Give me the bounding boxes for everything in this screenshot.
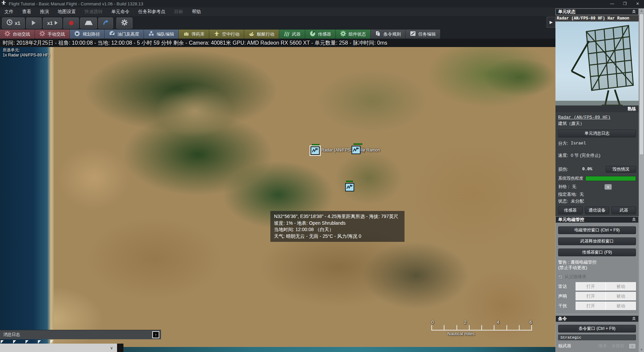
step-button[interactable]: x1 bbox=[43, 17, 62, 29]
scroll-up-icon[interactable]: ▲ bbox=[639, 9, 644, 12]
formation-editor-button[interactable]: 编队编辑 bbox=[144, 30, 179, 39]
unit-health-bar bbox=[354, 143, 362, 145]
comms-list-button[interactable]: 通信设备 bbox=[585, 207, 609, 214]
supply-value: 无 bbox=[572, 184, 576, 190]
unit-message-log-button[interactable]: 单元消息日志 bbox=[558, 130, 636, 137]
proficiency-value: 熟练 bbox=[628, 106, 636, 112]
sensor-dish-icon bbox=[310, 31, 316, 38]
doctrine-header[interactable]: 条令 bbox=[555, 315, 639, 322]
map-bottom-water bbox=[123, 347, 555, 352]
record-button[interactable] bbox=[63, 17, 79, 29]
nuclear-weapons-dropdown[interactable]: ∨ bbox=[629, 343, 636, 349]
damage-status-button[interactable]: 毁伤情况 bbox=[606, 166, 636, 173]
sonar-state-button[interactable]: 打开 bbox=[576, 292, 606, 300]
menu-simulation[interactable]: 推演 bbox=[36, 7, 53, 16]
sidebar-scrollbar[interactable]: ▲ ▼ bbox=[639, 8, 644, 352]
manual-engage-button[interactable]: 手动交战 bbox=[35, 30, 70, 39]
plot-course-button[interactable]: 规划路径 bbox=[70, 30, 105, 39]
time-toolbar: x1 x1 bbox=[0, 16, 557, 30]
settings-button[interactable] bbox=[116, 17, 132, 29]
weapons-button[interactable]: 武器 bbox=[279, 30, 305, 39]
title-bar: Flight Tutorial - Basic Manual Flight - … bbox=[0, 0, 644, 7]
message-log-tabs[interactable] bbox=[1, 340, 53, 344]
sensor-window-button[interactable]: 传感器窗口 (F9) bbox=[558, 249, 636, 256]
jammer-mode-button[interactable]: 被动 bbox=[606, 302, 636, 310]
table-row: 声呐 打开 被动 bbox=[558, 292, 636, 301]
radar-mode-button[interactable]: 被动 bbox=[606, 282, 636, 291]
menu-unit-commands[interactable]: 单元命令 bbox=[107, 7, 134, 16]
selected-units-label: 所选单元: bbox=[3, 48, 50, 53]
auto-engage-button[interactable]: 自动交战 bbox=[0, 30, 35, 39]
damage-value: 0.0% bbox=[582, 167, 592, 172]
jammer-state-button[interactable]: 打开 bbox=[576, 302, 606, 310]
jammer-row-label: 干扰 bbox=[558, 303, 576, 309]
message-log-expand-button[interactable]: ↑ bbox=[152, 331, 159, 338]
scrollbar-thumb[interactable] bbox=[639, 14, 644, 155]
menu-help[interactable]: 帮助 bbox=[187, 7, 205, 16]
supply-dropdown[interactable]: ∨ bbox=[604, 184, 612, 190]
throttle-altitude-button[interactable]: 油门及高度 bbox=[105, 30, 144, 39]
selected-units-readout: 所选单元: 1x Radar (AN/FPS-89 HF) bbox=[3, 48, 50, 58]
throttle-gauge-icon bbox=[109, 31, 115, 38]
inherit-from-parent-label: 从父级继承 bbox=[565, 274, 586, 280]
doctrine-header-label: 条令 bbox=[558, 316, 567, 322]
radar-state-button[interactable]: 打开 bbox=[576, 282, 606, 291]
unit-marker-radar-selected[interactable] bbox=[311, 146, 320, 155]
close-button[interactable]: ✕ bbox=[631, 0, 644, 7]
wra-window-button[interactable]: 武器释放授权窗口 bbox=[558, 237, 636, 245]
sensors-list-button[interactable]: 传感器 bbox=[558, 207, 583, 214]
emcon-window-button[interactable]: 电磁管控窗口 (Ctrl + F9) bbox=[558, 226, 636, 234]
minimize-button[interactable]: — bbox=[606, 0, 619, 7]
scroll-down-icon[interactable]: ▼ bbox=[639, 348, 644, 351]
command-toolbar: 自动交战 手动交战 规划路径 油门及高度 编队编辑 弹药库 空中行动 舰艇行动 … bbox=[0, 30, 555, 39]
inherit-from-parent-checkbox[interactable]: ✓ bbox=[558, 275, 562, 279]
doctrine-window-button[interactable]: 条令窗口 (Ctrl + F9) bbox=[558, 325, 636, 333]
emcon-header[interactable]: 单元电磁管控 bbox=[555, 216, 639, 223]
unit-database-link[interactable]: Radar (AN/FPS-89 HF) bbox=[558, 115, 610, 120]
app-icon bbox=[0, 0, 7, 7]
scale-tick-label: 0 bbox=[431, 320, 434, 325]
panel-divider bbox=[118, 344, 123, 352]
map-view-button[interactable] bbox=[80, 17, 97, 29]
air-ops-button[interactable]: 空中行动 bbox=[209, 30, 244, 39]
unit-marker-radar-3[interactable] bbox=[345, 183, 354, 191]
side-value: Israel bbox=[571, 141, 586, 146]
status-info-bar: 时间: 2018年2月25日 - 祖鲁: 10:00:08 - 当地: 12:0… bbox=[0, 39, 555, 47]
maximize-button[interactable]: ❐ bbox=[619, 0, 631, 7]
proficiency-row: 熟练 bbox=[555, 105, 639, 112]
chevron-collapse-icon[interactable] bbox=[632, 9, 636, 14]
nuclear-weapons-value: 继承，未授权 bbox=[598, 343, 625, 349]
emcon-section: 电磁管控窗口 (Ctrl + F9) 武器释放授权窗口 传感器窗口 (F9) 警… bbox=[555, 223, 639, 314]
menu-view[interactable]: 查看 bbox=[18, 7, 36, 16]
menu-file[interactable]: 文件 bbox=[0, 7, 18, 16]
map-viewport[interactable]: 所选单元: 1x Radar (AN/FPS-89 HF) Radar (AN/… bbox=[0, 47, 555, 352]
unit-health-bar bbox=[346, 181, 353, 182]
unit-status-header[interactable]: 单元状态 bbox=[555, 8, 639, 15]
ship-ops-button[interactable]: 舰艇行动 bbox=[244, 30, 279, 39]
menu-map-settings[interactable]: 地图设置 bbox=[53, 7, 80, 16]
play-button[interactable] bbox=[26, 17, 42, 29]
mission-editor-button[interactable]: 任务编辑 bbox=[406, 30, 440, 39]
radar-symbol-icon bbox=[352, 146, 360, 153]
sensors-button[interactable]: 传感器 bbox=[305, 30, 336, 39]
magazines-button[interactable]: 弹药库 bbox=[179, 30, 209, 39]
chevron-collapse-icon[interactable] bbox=[632, 217, 636, 222]
sidebar-collapse-tab[interactable]: ▶ bbox=[547, 17, 555, 28]
radar-symbol-icon bbox=[311, 147, 319, 154]
nuclear-weapons-row: 核武器 继承，未授权 - ∨ bbox=[558, 342, 636, 350]
time-compression-button[interactable]: x1 bbox=[2, 17, 25, 29]
system-damage-label: 系统毁伤程度 bbox=[558, 176, 583, 181]
chevron-collapse-icon[interactable] bbox=[632, 316, 636, 321]
doctrine-roe-button[interactable]: 条令规则 bbox=[371, 30, 406, 39]
radar-row-label: 雷达 bbox=[558, 283, 576, 290]
tooltip-localtime-line: 当地时间: 12:00:08 （白天） bbox=[274, 226, 401, 233]
menu-missions-refpoints[interactable]: 任务和参考点 bbox=[134, 7, 170, 16]
chevron-down-icon[interactable]: ∨ bbox=[110, 346, 113, 350]
component-status-button[interactable]: 组件状态 bbox=[336, 30, 371, 39]
unit-label: Har Ramon bbox=[359, 148, 380, 152]
jump-button[interactable] bbox=[98, 17, 113, 29]
weapons-list-button[interactable]: 武器 bbox=[611, 207, 636, 214]
unit-marker-radar-2[interactable] bbox=[352, 146, 361, 154]
sonar-mode-button[interactable]: 被动 bbox=[606, 292, 636, 300]
emcon-table: 雷达 打开 被动 声呐 打开 被动 干扰 打开 被动 bbox=[558, 282, 636, 310]
